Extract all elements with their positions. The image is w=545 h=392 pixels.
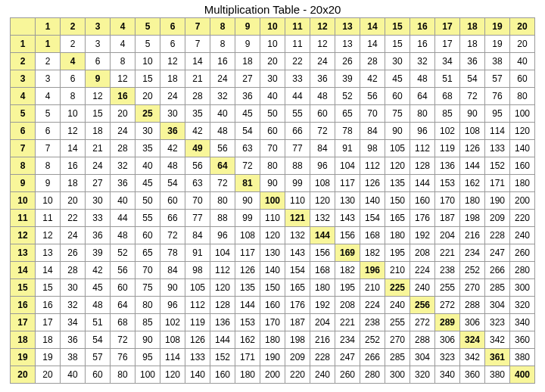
- cell: 165: [385, 210, 410, 227]
- cell: 30: [135, 123, 160, 140]
- cell: 7: [36, 140, 61, 157]
- cell: 192: [310, 297, 335, 314]
- cell: 14: [61, 140, 86, 157]
- cell: 180: [235, 366, 260, 384]
- cell: 195: [385, 244, 410, 262]
- cell: 60: [260, 123, 285, 140]
- cell: 130: [335, 192, 360, 210]
- cell: 135: [235, 279, 260, 297]
- col-header: 1: [36, 18, 61, 36]
- cell: 323: [435, 349, 460, 366]
- cell: 117: [335, 175, 360, 192]
- cell: 10: [260, 36, 285, 53]
- cell: 54: [235, 123, 260, 140]
- cell: 120: [510, 123, 535, 140]
- cell: 90: [160, 279, 185, 297]
- cell: 280: [510, 262, 535, 279]
- cell: 153: [235, 314, 260, 331]
- cell: 57: [86, 349, 111, 366]
- cell: 96: [160, 297, 185, 314]
- cell: 12: [86, 88, 111, 105]
- cell: 76: [485, 88, 510, 105]
- cell: 128: [410, 157, 435, 175]
- cell: 65: [335, 105, 360, 123]
- cell: 112: [185, 297, 210, 314]
- cell: 30: [385, 53, 410, 70]
- cell: 26: [335, 53, 360, 70]
- cell: 154: [360, 210, 385, 227]
- cell: 198: [285, 331, 310, 349]
- cell: 342: [460, 349, 485, 366]
- cell: 81: [235, 175, 260, 192]
- cell: 160: [260, 297, 285, 314]
- cell: 252: [360, 331, 385, 349]
- cell: 169: [335, 244, 360, 262]
- cell: 204: [435, 227, 460, 244]
- cell: 6: [86, 53, 111, 70]
- cell: 80: [410, 105, 435, 123]
- cell: 45: [135, 175, 160, 192]
- cell: 84: [310, 140, 335, 157]
- cell: 34: [435, 53, 460, 70]
- cell: 50: [260, 105, 285, 123]
- col-header: 18: [460, 18, 485, 36]
- cell: 5: [135, 36, 160, 53]
- cell: 126: [185, 331, 210, 349]
- cell: 99: [235, 210, 260, 227]
- cell: 32: [410, 53, 435, 70]
- cell: 48: [310, 88, 335, 105]
- cell: 285: [385, 349, 410, 366]
- cell: 55: [135, 210, 160, 227]
- page-title: Multiplication Table - 20x20: [0, 0, 545, 17]
- cell: 30: [260, 70, 285, 88]
- col-header: 10: [260, 18, 285, 36]
- cell: 72: [111, 331, 135, 349]
- cell: 24: [111, 123, 135, 140]
- cell: 98: [360, 140, 385, 157]
- cell: 8: [111, 53, 135, 70]
- cell: 60: [111, 279, 135, 297]
- cell: 400: [510, 366, 535, 384]
- cell: 42: [86, 262, 111, 279]
- cell: 42: [160, 140, 185, 157]
- cell: 100: [260, 192, 285, 210]
- cell: 80: [510, 88, 535, 105]
- cell: 72: [160, 227, 185, 244]
- cell: 90: [135, 331, 160, 349]
- cell: 84: [360, 123, 385, 140]
- cell: 126: [360, 175, 385, 192]
- cell: 136: [435, 157, 460, 175]
- cell: 3: [86, 36, 111, 53]
- cell: 18: [61, 175, 86, 192]
- row-header: 17: [11, 314, 36, 331]
- cell: 112: [210, 262, 235, 279]
- cell: 4: [111, 36, 135, 53]
- cell: 11: [285, 36, 310, 53]
- cell: 17: [435, 36, 460, 53]
- cell: 33: [86, 210, 111, 227]
- col-header: 16: [410, 18, 435, 36]
- cell: 165: [285, 279, 310, 297]
- cell: 208: [410, 244, 435, 262]
- cell: 300: [510, 279, 535, 297]
- cell: 361: [485, 349, 510, 366]
- cell: 14: [185, 53, 210, 70]
- cell: 2: [61, 36, 86, 53]
- cell: 78: [160, 244, 185, 262]
- cell: 220: [285, 366, 310, 384]
- cell: 39: [335, 70, 360, 88]
- cell: 144: [210, 331, 235, 349]
- cell: 85: [435, 105, 460, 123]
- cell: 80: [210, 192, 235, 210]
- cell: 20: [510, 36, 535, 53]
- cell: 72: [460, 88, 485, 105]
- cell: 150: [385, 192, 410, 210]
- col-header: 15: [385, 18, 410, 36]
- cell: 95: [485, 105, 510, 123]
- cell: 208: [335, 297, 360, 314]
- cell: 132: [310, 210, 335, 227]
- cell: 36: [86, 227, 111, 244]
- cell: 12: [160, 53, 185, 70]
- cell: 52: [335, 88, 360, 105]
- cell: 260: [335, 366, 360, 384]
